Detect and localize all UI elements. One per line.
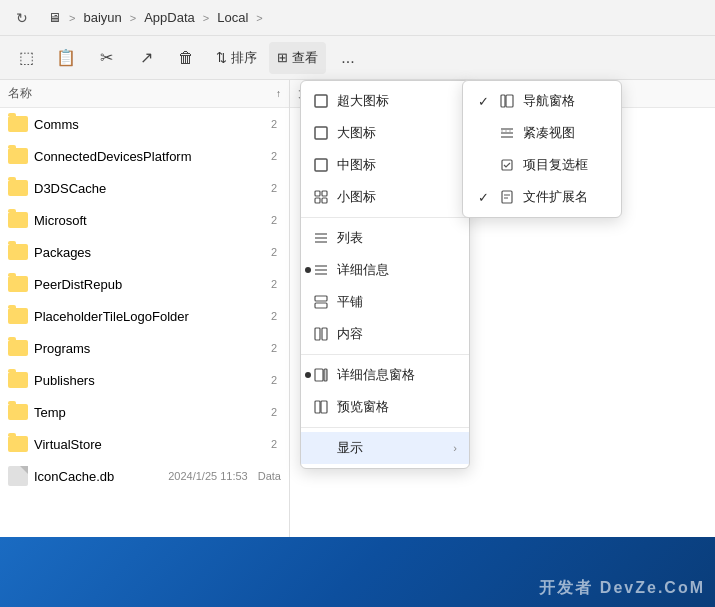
svg-rect-14 (315, 303, 327, 308)
menu-icon-中图标 (313, 157, 329, 173)
menu-icon-大图标 (313, 125, 329, 141)
checkmark: ✓ (475, 94, 491, 109)
list-item[interactable]: VirtualStore 2 (0, 428, 289, 460)
svg-rect-4 (322, 191, 327, 196)
list-item[interactable]: PlaceholderTileLogoFolder 2 (0, 300, 289, 332)
view-menu-item-中图标[interactable]: 中图标 (301, 149, 469, 181)
view-dropdown[interactable]: ⊞ 查看 (269, 42, 326, 74)
submenu-icon-项目复选框 (499, 157, 515, 173)
file-name: Temp (34, 405, 265, 420)
sort-icon: ⇅ (216, 50, 227, 65)
menu-label: 小图标 (337, 188, 457, 206)
menu-icon-列表 (313, 230, 329, 246)
view-menu-item-超大图标[interactable]: 超大图标 (301, 85, 469, 117)
list-item[interactable]: Microsoft 2 (0, 204, 289, 236)
submenu-icon-导航窗格 (499, 93, 515, 109)
view-menu-item-小图标[interactable]: 小图标 (301, 181, 469, 213)
breadcrumb-local[interactable]: Local (213, 8, 252, 27)
list-item[interactable]: D3DSCache 2 (0, 172, 289, 204)
menu-icon-详细信息窗格 (313, 367, 329, 383)
folder-icon (8, 276, 28, 292)
svg-rect-16 (322, 328, 327, 340)
view-menu-item-列表[interactable]: 列表 (301, 222, 469, 254)
menu-icon-预览窗格 (313, 399, 329, 415)
list-item[interactable]: Comms 2 (0, 108, 289, 140)
list-item[interactable]: IconCache.db 2024/1/25 11:53 Data (0, 460, 289, 492)
file-name: Packages (34, 245, 265, 260)
file-date: 2 (271, 246, 281, 258)
menu-label: 项目复选框 (523, 156, 609, 174)
submenu-icon-文件扩展名 (499, 189, 515, 205)
menu-label: 预览窗格 (337, 398, 457, 416)
svg-rect-0 (315, 95, 327, 107)
show-submenu-item-文件扩展名[interactable]: ✓ 文件扩展名 (463, 181, 621, 213)
file-date: 2 (271, 118, 281, 130)
checkmark: ✓ (475, 190, 491, 205)
list-item[interactable]: Packages 2 (0, 236, 289, 268)
menu-label: 列表 (337, 229, 457, 247)
folder-icon (8, 180, 28, 196)
menu-label: 超大图标 (337, 92, 457, 110)
svg-rect-3 (315, 191, 320, 196)
menu-label: 平铺 (337, 293, 457, 311)
list-item[interactable]: Temp 2 (0, 396, 289, 428)
view-menu-item-详细信息[interactable]: 详细信息 (301, 254, 469, 286)
svg-rect-17 (315, 369, 323, 381)
folder-icon (8, 372, 28, 388)
svg-rect-2 (315, 159, 327, 171)
show-submenu-item-紧凑视图[interactable]: 紧凑视图 (463, 117, 621, 149)
list-item[interactable]: Publishers 2 (0, 364, 289, 396)
menu-label: 大图标 (337, 124, 457, 142)
menu-label: 显示 (337, 439, 445, 457)
svg-rect-5 (315, 198, 320, 203)
file-name: Comms (34, 117, 265, 132)
show-submenu-item-项目复选框[interactable]: 项目复选框 (463, 149, 621, 181)
file-date: 2024/1/25 11:53 (168, 470, 252, 482)
cut-button[interactable]: ✂ (88, 40, 124, 76)
menu-label: 紧凑视图 (523, 124, 609, 142)
breadcrumb-appdata[interactable]: AppData (140, 8, 199, 27)
folder-icon (8, 308, 28, 324)
watermark-bg: 开发者 DevZe.CoM (0, 537, 715, 607)
file-date: 2 (271, 342, 281, 354)
folder-icon (8, 116, 28, 132)
folder-icon (8, 148, 28, 164)
file-list: 名称 ↑ Comms 2 ConnectedDevicesPlatform 2 … (0, 80, 290, 579)
menu-icon-详细信息 (313, 262, 329, 278)
svg-rect-13 (315, 296, 327, 301)
view-menu-item-预览窗格[interactable]: 预览窗格 (301, 391, 469, 423)
share-button[interactable]: ↗ (128, 40, 164, 76)
file-date: 2 (271, 406, 281, 418)
more-button[interactable]: ... (330, 40, 366, 76)
breadcrumb-baiyun[interactable]: baiyun (79, 8, 125, 27)
svg-rect-21 (501, 95, 505, 107)
menu-icon-显示 (313, 440, 329, 456)
view-menu-item-显示[interactable]: 显示 › (301, 432, 469, 464)
breadcrumb-monitor[interactable]: 🖥 (44, 8, 65, 27)
view-menu-item-内容[interactable]: 内容 (301, 318, 469, 350)
svg-rect-18 (324, 369, 327, 381)
file-name: ConnectedDevicesPlatform (34, 149, 265, 164)
svg-rect-19 (315, 401, 320, 413)
show-submenu: ✓ 导航窗格 紧凑视图 项目复选框 ✓ 文件扩展名 (462, 80, 622, 218)
menu-icon-小图标 (313, 189, 329, 205)
view-menu-item-平铺[interactable]: 平铺 (301, 286, 469, 318)
menu-label: 内容 (337, 325, 457, 343)
sort-dropdown[interactable]: ⇅ 排序 (208, 42, 265, 74)
copy-path-button[interactable]: ⬚ (8, 40, 44, 76)
show-submenu-item-导航窗格[interactable]: ✓ 导航窗格 (463, 85, 621, 117)
svg-rect-28 (502, 191, 512, 203)
svg-rect-15 (315, 328, 320, 340)
delete-button[interactable]: 🗑 (168, 40, 204, 76)
toolbar: ⬚ 📋 ✂ ↗ 🗑 ⇅ 排序 ⊞ 查看 ... (0, 36, 715, 80)
view-menu-item-大图标[interactable]: 大图标 (301, 117, 469, 149)
watermark-text: 开发者 DevZe.CoM (539, 578, 705, 599)
list-item[interactable]: ConnectedDevicesPlatform 2 (0, 140, 289, 172)
list-item[interactable]: PeerDistRepub 2 (0, 268, 289, 300)
file-date: 2 (271, 150, 281, 162)
refresh-button[interactable]: ↻ (8, 4, 36, 32)
paste-button[interactable]: 📋 (48, 40, 84, 76)
active-dot (305, 267, 311, 273)
view-menu-item-详细信息窗格[interactable]: 详细信息窗格 (301, 359, 469, 391)
list-item[interactable]: Programs 2 (0, 332, 289, 364)
